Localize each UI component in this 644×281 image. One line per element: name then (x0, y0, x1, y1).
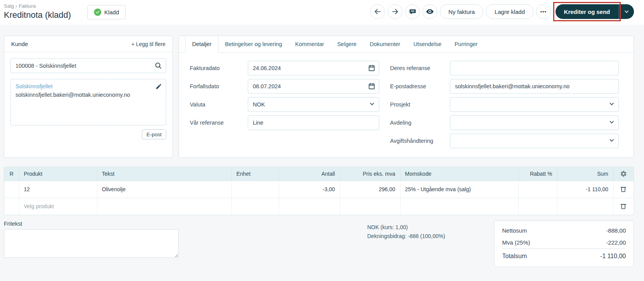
credit-and-send-dropdown-toggle[interactable] (618, 4, 634, 19)
customer-email: solskinnsfjellet.bakeri@mottak.unieconom… (15, 92, 161, 98)
invoice-date-input[interactable] (248, 61, 379, 75)
vat-label: Mva (25%) (502, 239, 530, 246)
tab-betingelser-og-levering[interactable]: Betingelser og levering (218, 36, 289, 52)
eye-icon (426, 7, 434, 16)
our-reference-input[interactable] (248, 115, 379, 130)
vat-handling-select[interactable] (450, 134, 619, 148)
chevron-down-icon[interactable] (608, 119, 615, 125)
status-badge: Kladd (87, 5, 126, 19)
delete-row-button[interactable] (619, 202, 628, 211)
tab-bar: Detaljer Betingelser og levering Komment… (179, 36, 634, 53)
new-invoice-button[interactable]: Ny faktura (440, 4, 483, 19)
free-text-area[interactable] (4, 229, 179, 258)
save-draft-button[interactable]: Lagre kladd (486, 4, 533, 19)
tab-dokumenter[interactable]: Dokumenter (363, 36, 407, 52)
top-bar: Salg›Faktura Kreditnota (kladd) Kladd Ny… (0, 0, 644, 25)
breadcrumb-faktura[interactable]: Faktura (19, 3, 36, 9)
cell-rabatt[interactable] (518, 181, 557, 198)
chevron-down-icon[interactable] (608, 137, 615, 144)
col-header-enhet[interactable]: Enhet (232, 167, 279, 181)
email-address-label: E-postadresse (390, 83, 450, 89)
department-label: Avdeling (390, 120, 450, 126)
customer-name-link[interactable]: Solskinnsfjellet (15, 83, 161, 89)
table-settings-button[interactable] (619, 170, 628, 178)
details-panel: Detaljer Betingelser og levering Komment… (179, 36, 634, 158)
cell-sum[interactable]: -1 110,00 (557, 181, 613, 198)
cell-momskode[interactable]: 25% - Utgående mva (salg) (400, 181, 518, 198)
forward-button[interactable] (388, 4, 402, 19)
their-reference-input[interactable] (450, 61, 619, 75)
trash-icon (620, 185, 627, 193)
cell-r[interactable] (4, 181, 19, 198)
breadcrumb-separator: › (15, 3, 17, 9)
chevron-down-icon[interactable] (608, 101, 615, 107)
totalsum-value: -1 110,00 (600, 253, 626, 260)
cell-produkt[interactable]: 12 (19, 181, 97, 198)
currency-label: Valuta (190, 101, 248, 108)
status-badge-label: Kladd (104, 9, 119, 15)
col-header-momskode[interactable]: Momskode (400, 167, 518, 181)
department-select[interactable] (450, 115, 619, 130)
table-row-new[interactable] (4, 198, 634, 215)
netsum-label: Nettosum (502, 227, 527, 234)
chat-icon (409, 8, 416, 15)
tab-utsendelse[interactable]: Utsendelse (407, 36, 448, 52)
arrow-right-icon (391, 8, 399, 15)
page-title: Kreditnota (kladd) (4, 10, 71, 20)
customer-panel: Kunde + Legg til flere Solskinnsfjellet … (4, 36, 173, 158)
col-header-r[interactable]: R (4, 167, 19, 181)
col-header-antall[interactable]: Antall (279, 167, 340, 181)
toolbar: Ny faktura Lagre kladd ••• Krediter og s… (370, 4, 634, 19)
more-options-button[interactable]: ••• (536, 4, 551, 19)
email-button[interactable]: E-post (142, 129, 166, 139)
our-reference-label: Vår referanse (190, 120, 248, 126)
tab-kommentar[interactable]: Kommentar (288, 36, 331, 52)
tab-purringer[interactable]: Purringer (448, 36, 484, 52)
col-header-tekst[interactable]: Tekst (97, 167, 232, 181)
table-row[interactable]: 12 Olivenolje -3,00 296,00 25% - Utgåend… (4, 181, 634, 198)
ellipsis-icon: ••• (540, 9, 547, 15)
arrow-left-icon (374, 8, 382, 15)
back-button[interactable] (370, 4, 385, 19)
due-date-input[interactable] (248, 79, 379, 94)
cell-antall[interactable]: -3,00 (279, 181, 340, 198)
totalsum-row: Totalsum -1 110,00 (502, 248, 626, 262)
edit-pencil-icon[interactable] (155, 83, 162, 90)
check-circle-icon (94, 9, 101, 16)
cell-enhet[interactable] (232, 181, 279, 198)
col-header-pris[interactable]: Pris eks. mva (340, 167, 400, 181)
currency-select[interactable] (248, 97, 379, 112)
select-product-input[interactable] (24, 203, 92, 209)
credit-and-send-button[interactable]: Krediter og send (555, 4, 618, 19)
breadcrumb-salg[interactable]: Salg (4, 3, 14, 9)
project-select[interactable] (450, 97, 619, 112)
cell-tekst[interactable]: Olivenolje (97, 181, 232, 198)
breadcrumb: Salg›Faktura (4, 3, 71, 9)
customer-search-input[interactable] (10, 58, 166, 73)
tab-detaljer[interactable]: Detaljer (185, 36, 218, 53)
preview-button[interactable] (423, 4, 437, 19)
add-more-customers-link[interactable]: + Legg til flere (131, 41, 165, 47)
col-header-rabatt[interactable]: Rabatt % (518, 167, 557, 181)
their-reference-label: Deres referanse (390, 65, 450, 71)
vat-row: Mva (25%) -222,00 (502, 236, 626, 248)
vat-value: -222,00 (606, 239, 626, 246)
cell-pris[interactable]: 296,00 (340, 181, 400, 198)
due-date-label: Forfallsdato (190, 83, 248, 89)
calendar-icon[interactable] (368, 64, 375, 72)
col-header-produkt[interactable]: Produkt (19, 167, 97, 181)
trash-icon (620, 202, 627, 210)
comments-button[interactable] (405, 4, 420, 19)
customer-panel-title: Kunde (11, 41, 28, 47)
search-icon[interactable] (154, 62, 162, 70)
footer: Fritekst NOK (kurs: 1,00) Dekningsbidrag… (4, 221, 634, 281)
calendar-icon[interactable] (368, 82, 375, 90)
chevron-down-icon[interactable] (369, 101, 375, 107)
delete-row-button[interactable] (619, 185, 628, 194)
totalsum-label: Totalsum (502, 253, 527, 260)
currency-rate-text: NOK (kurs: 1,00) (367, 223, 445, 232)
totals-box: Nettosum -888,00 Mva (25%) -222,00 Total… (494, 221, 634, 267)
email-address-input[interactable] (450, 79, 619, 94)
tab-selgere[interactable]: Selgere (331, 36, 363, 52)
col-header-sum[interactable]: Sum (557, 167, 613, 181)
